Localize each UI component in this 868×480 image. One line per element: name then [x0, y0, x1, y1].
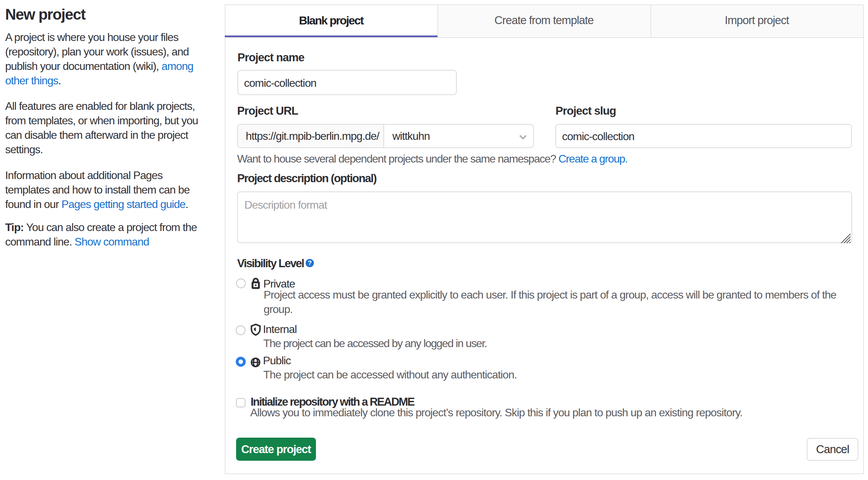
- svg-text:?: ?: [308, 259, 312, 267]
